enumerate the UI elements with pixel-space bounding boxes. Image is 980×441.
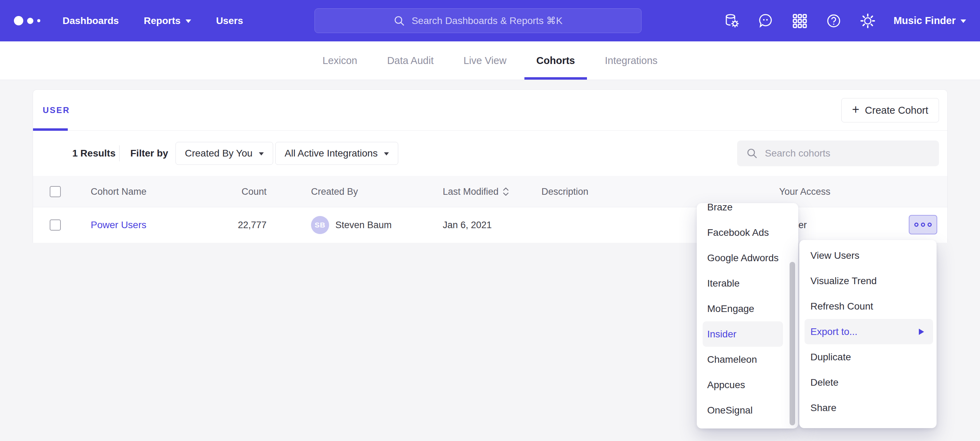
primary-nav: Dashboards Reports Users [62, 15, 243, 26]
chevron-down-icon [259, 152, 264, 158]
nav-reports[interactable]: Reports [144, 15, 191, 26]
menu-item-onesignal[interactable]: OneSignal [697, 398, 798, 423]
tab-live-view[interactable]: Live View [464, 42, 507, 80]
tab-data-audit[interactable]: Data Audit [387, 42, 434, 80]
create-cohort-button[interactable]: + Create Cohort [842, 98, 939, 122]
menu-item-facebook-ads[interactable]: Facebook Ads [697, 220, 798, 245]
menu-item-insider[interactable]: Insider [703, 321, 783, 347]
col-count: Count [189, 186, 267, 197]
chevron-down-icon [186, 19, 191, 26]
menu-item-chameleon[interactable]: Chameleon [697, 347, 798, 372]
col-your-access: Your Access [779, 186, 830, 197]
integration-list: Braze Facebook Ads Google Adwords Iterab… [697, 203, 798, 423]
filter-by-label: Filter by [130, 148, 168, 159]
select-all-checkbox[interactable] [50, 186, 61, 197]
apps-grid-icon[interactable] [791, 13, 808, 29]
results-count: 1 Results [72, 148, 116, 159]
user-tab-underline [33, 128, 68, 131]
search-icon [393, 15, 405, 27]
created-by-name: Steven Baum [336, 220, 391, 230]
col-created-by: Created By [311, 186, 358, 197]
mixpanel-logo-icon[interactable] [14, 16, 40, 26]
cohort-type-strip: USER + Create Cohort [33, 90, 947, 131]
menu-item-view-users[interactable]: View Users [799, 243, 937, 268]
chevron-down-icon [961, 19, 966, 26]
help-icon[interactable] [826, 13, 842, 29]
cohort-search-input[interactable] [764, 147, 930, 159]
menu-item-moengage[interactable]: MoEngage [697, 296, 798, 321]
table-row: Power Users 22,777 SB Steven Baum Jan 6,… [33, 207, 947, 243]
filter-created-by[interactable]: Created By You [175, 142, 273, 165]
sort-icon [503, 187, 509, 196]
chevron-down-icon [384, 152, 389, 158]
cohort-actions-menu: View Users Visualize Trend Refresh Count… [799, 240, 937, 428]
global-search-bar[interactable]: Search Dashboards & Reports ⌘K [315, 8, 641, 33]
filter-toolbar: 1 Results Filter by Created By You All A… [33, 131, 947, 176]
menu-item-export-to[interactable]: Export to... [805, 319, 933, 344]
menu-item-iterable[interactable]: Iterable [697, 271, 798, 296]
cohort-count: 22,777 [189, 220, 267, 230]
created-by-cell: SB Steven Baum [311, 216, 391, 234]
avatar: SB [311, 216, 329, 234]
nav-dashboards[interactable]: Dashboards [62, 15, 119, 26]
menu-item-visualize-trend[interactable]: Visualize Trend [799, 268, 937, 294]
cohort-search-box [737, 141, 939, 166]
settings-gear-icon[interactable] [859, 13, 876, 29]
tab-user-cohorts[interactable]: USER [43, 105, 70, 115]
filter-integrations[interactable]: All Active Integrations [275, 142, 398, 165]
search-icon [746, 147, 758, 159]
tab-integrations[interactable]: Integrations [605, 42, 658, 80]
row-actions-button[interactable] [909, 215, 937, 235]
menu-item-delete[interactable]: Delete [799, 370, 937, 395]
col-last-modified[interactable]: Last Modified [443, 186, 509, 197]
tab-lexicon[interactable]: Lexicon [323, 42, 357, 80]
feedback-bubble-icon[interactable] [757, 13, 774, 29]
table-header-row: Cohort Name Count Created By Last Modifi… [33, 176, 947, 207]
project-switcher[interactable]: Music Finder [894, 15, 966, 26]
col-cohort-name: Cohort Name [91, 186, 146, 197]
global-search-placeholder: Search Dashboards & Reports ⌘K [412, 15, 562, 26]
plus-icon: + [852, 103, 859, 116]
active-tab-underline [524, 77, 587, 80]
menu-item-google-adwords[interactable]: Google Adwords [697, 245, 798, 271]
database-gear-icon[interactable] [723, 13, 740, 29]
menu-item-appcues[interactable]: Appcues [697, 372, 798, 398]
top-navigation-bar: Dashboards Reports Users Search Dashboar… [0, 0, 980, 42]
menu-item-braze[interactable]: Braze [697, 203, 798, 220]
nav-users[interactable]: Users [216, 15, 243, 26]
menu-item-share[interactable]: Share [799, 395, 937, 420]
section-tabs: Lexicon Data Audit Live View Cohorts Int… [0, 42, 980, 80]
last-modified-cell: Jan 6, 2021 [443, 220, 492, 230]
row-checkbox[interactable] [50, 219, 61, 230]
tab-cohorts[interactable]: Cohorts [536, 42, 575, 80]
cohort-name-link[interactable]: Power Users [91, 219, 146, 230]
project-name: Music Finder [894, 15, 956, 26]
export-integrations-menu: Braze Facebook Ads Google Adwords Iterab… [697, 203, 798, 428]
header-icon-group: Music Finder [723, 0, 966, 42]
scrollbar-thumb[interactable] [789, 262, 795, 425]
col-description: Description [541, 186, 589, 197]
menu-item-refresh-count[interactable]: Refresh Count [799, 294, 937, 319]
menu-item-duplicate[interactable]: Duplicate [799, 344, 937, 370]
submenu-arrow-icon [919, 329, 924, 335]
cohorts-panel: USER + Create Cohort 1 Results Filter by… [33, 89, 948, 243]
divider [119, 145, 119, 161]
